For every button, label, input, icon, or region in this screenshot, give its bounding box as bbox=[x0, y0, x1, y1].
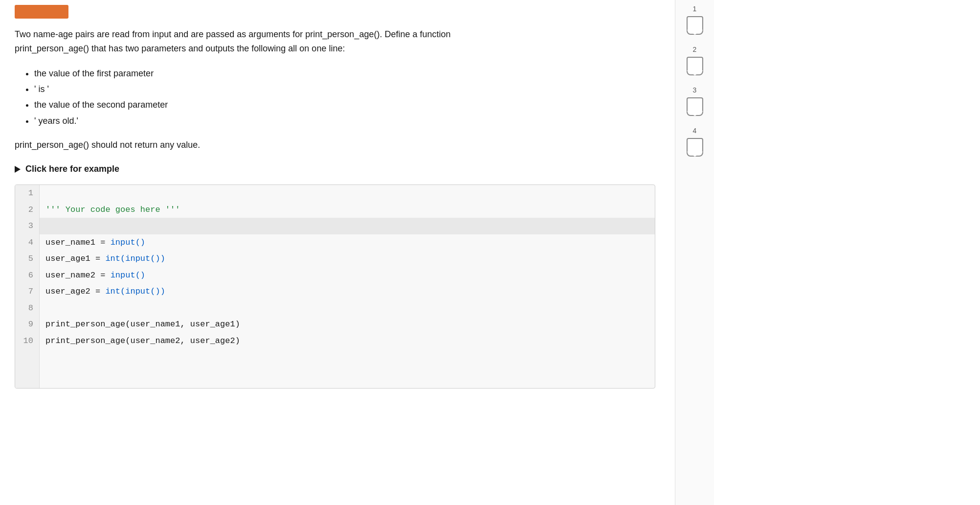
line-content-2: ''' Your code goes here ''' bbox=[40, 202, 655, 218]
line-number-3: 3 bbox=[15, 218, 40, 234]
line-content-5: user_age1 = int(input()) bbox=[40, 251, 655, 267]
example-toggle-label: Click here for example bbox=[25, 162, 119, 176]
code-line-10: 10 print_person_age(user_name2, user_age… bbox=[15, 333, 655, 349]
line-number-4: 4 bbox=[15, 234, 40, 251]
line-content-6: user_name2 = input() bbox=[40, 267, 655, 284]
sidebar-badge-1[interactable] bbox=[687, 16, 703, 35]
problem-description: Two name-age pairs are read from input a… bbox=[15, 27, 655, 56]
line-number-6: 6 bbox=[15, 267, 40, 284]
bullet-item-2: ' is ' bbox=[34, 81, 655, 97]
main-content: Two name-age pairs are read from input a… bbox=[0, 0, 675, 505]
code-line-2: 2 ''' Your code goes here ''' bbox=[15, 202, 655, 218]
sidebar-badge-2[interactable] bbox=[687, 57, 703, 75]
line-content-1 bbox=[40, 185, 655, 202]
orange-bar bbox=[15, 5, 68, 19]
sidebar-badge-4[interactable] bbox=[687, 138, 703, 157]
code-line-1: 1 bbox=[15, 185, 655, 202]
sidebar-number-4: 4 bbox=[693, 126, 697, 136]
code-line-8: 8 bbox=[15, 300, 655, 317]
sidebar: 1 2 3 4 bbox=[675, 0, 714, 505]
line-content-4: user_name1 = input() bbox=[40, 234, 655, 251]
sidebar-number-2: 2 bbox=[693, 45, 697, 55]
code-editor-empty-space bbox=[15, 349, 655, 388]
code-line-4: 4 user_name1 = input() bbox=[15, 234, 655, 251]
line-content-empty bbox=[40, 349, 655, 388]
line-number-empty bbox=[15, 349, 40, 388]
line-number-9: 9 bbox=[15, 316, 40, 333]
line-content-9: print_person_age(user_name1, user_age1) bbox=[40, 316, 655, 333]
line-number-10: 10 bbox=[15, 333, 40, 349]
bullet-item-1: the value of the first parameter bbox=[34, 66, 655, 81]
sidebar-number-3: 3 bbox=[693, 85, 697, 95]
page-container: Two name-age pairs are read from input a… bbox=[0, 0, 980, 505]
code-line-3[interactable]: 3 bbox=[15, 218, 655, 234]
code-line-9: 9 print_person_age(user_name1, user_age1… bbox=[15, 316, 655, 333]
line-number-5: 5 bbox=[15, 251, 40, 267]
bullet-item-4: ' years old.' bbox=[34, 113, 655, 129]
line-number-2: 2 bbox=[15, 202, 40, 218]
bullet-list: the value of the first parameter ' is ' … bbox=[15, 66, 655, 129]
line-content-3 bbox=[40, 218, 655, 234]
sidebar-badge-3[interactable] bbox=[687, 97, 703, 116]
sidebar-number-1: 1 bbox=[693, 4, 697, 14]
line-content-10: print_person_age(user_name2, user_age2) bbox=[40, 333, 655, 349]
triangle-icon bbox=[15, 166, 21, 173]
code-line-6: 6 user_name2 = input() bbox=[15, 267, 655, 284]
line-number-8: 8 bbox=[15, 300, 40, 317]
code-editor[interactable]: 1 2 ''' Your code goes here ''' 3 4 user… bbox=[15, 184, 655, 389]
line-number-1: 1 bbox=[15, 185, 40, 202]
line-content-7: user_age2 = int(input()) bbox=[40, 283, 655, 300]
example-toggle[interactable]: Click here for example bbox=[15, 162, 655, 176]
line-number-7: 7 bbox=[15, 283, 40, 300]
bullet-item-3: the value of the second parameter bbox=[34, 97, 655, 113]
line-content-8 bbox=[40, 300, 655, 317]
code-line-7: 7 user_age2 = int(input()) bbox=[15, 283, 655, 300]
no-return-note: print_person_age() should not return any… bbox=[15, 138, 655, 152]
code-line-5: 5 user_age1 = int(input()) bbox=[15, 251, 655, 267]
